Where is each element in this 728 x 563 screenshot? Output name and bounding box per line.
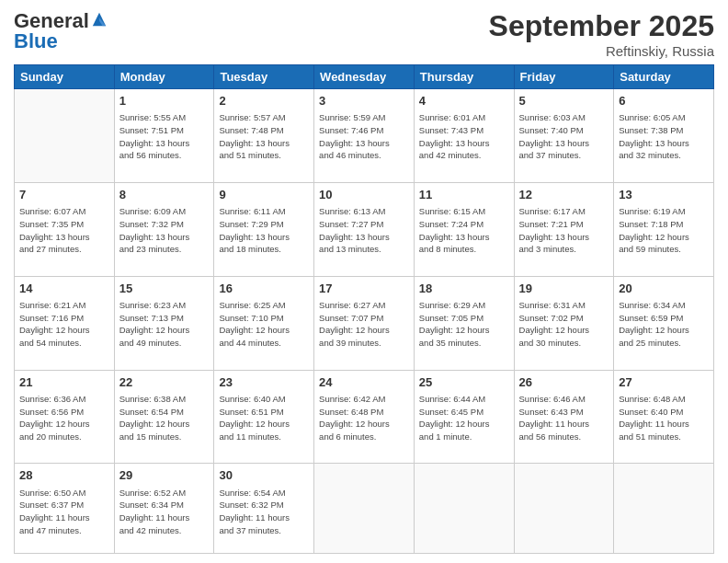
calendar-week-row: 14Sunrise: 6:21 AM Sunset: 7:16 PM Dayli… xyxy=(15,276,714,370)
day-info: Sunrise: 6:09 AM Sunset: 7:32 PM Dayligh… xyxy=(119,205,210,256)
calendar-cell: 6Sunrise: 6:05 AM Sunset: 7:38 PM Daylig… xyxy=(614,89,714,183)
day-info: Sunrise: 6:07 AM Sunset: 7:35 PM Dayligh… xyxy=(19,205,109,256)
header-wednesday: Wednesday xyxy=(314,65,415,89)
day-number: 8 xyxy=(119,187,210,203)
day-number: 1 xyxy=(119,93,210,109)
day-number: 29 xyxy=(119,467,210,484)
calendar-week-row: 7Sunrise: 6:07 AM Sunset: 7:35 PM Daylig… xyxy=(15,182,714,276)
calendar-cell: 27Sunrise: 6:48 AM Sunset: 6:40 PM Dayli… xyxy=(614,370,714,464)
month-title: September 2025 xyxy=(489,9,714,43)
day-info: Sunrise: 6:19 AM Sunset: 7:18 PM Dayligh… xyxy=(619,205,709,256)
calendar-cell: 13Sunrise: 6:19 AM Sunset: 7:18 PM Dayli… xyxy=(614,182,714,276)
calendar-cell: 26Sunrise: 6:46 AM Sunset: 6:43 PM Dayli… xyxy=(514,370,614,464)
calendar-cell: 29Sunrise: 6:52 AM Sunset: 6:34 PM Dayli… xyxy=(114,464,214,554)
day-info: Sunrise: 6:31 AM Sunset: 7:02 PM Dayligh… xyxy=(519,299,609,350)
day-info: Sunrise: 6:29 AM Sunset: 7:05 PM Dayligh… xyxy=(419,299,509,350)
title-block: September 2025 Reftinskiy, Russia xyxy=(489,9,714,59)
day-info: Sunrise: 5:59 AM Sunset: 7:46 PM Dayligh… xyxy=(319,111,409,162)
day-number: 21 xyxy=(19,374,109,391)
day-info: Sunrise: 5:55 AM Sunset: 7:51 PM Dayligh… xyxy=(119,111,210,162)
day-info: Sunrise: 6:54 AM Sunset: 6:32 PM Dayligh… xyxy=(219,487,309,537)
location-subtitle: Reftinskiy, Russia xyxy=(489,43,714,59)
day-number: 3 xyxy=(319,93,409,109)
day-info: Sunrise: 5:57 AM Sunset: 7:48 PM Dayligh… xyxy=(219,111,309,162)
calendar-cell: 25Sunrise: 6:44 AM Sunset: 6:45 PM Dayli… xyxy=(414,370,514,464)
day-info: Sunrise: 6:13 AM Sunset: 7:27 PM Dayligh… xyxy=(319,205,409,256)
logo: General Blue xyxy=(14,9,108,53)
calendar-table: Sunday Monday Tuesday Wednesday Thursday… xyxy=(14,64,714,554)
calendar-cell: 19Sunrise: 6:31 AM Sunset: 7:02 PM Dayli… xyxy=(514,276,614,370)
day-info: Sunrise: 6:23 AM Sunset: 7:13 PM Dayligh… xyxy=(119,299,210,350)
logo-icon xyxy=(91,11,108,28)
day-info: Sunrise: 6:03 AM Sunset: 7:40 PM Dayligh… xyxy=(519,111,609,162)
day-number: 22 xyxy=(119,374,210,391)
day-info: Sunrise: 6:48 AM Sunset: 6:40 PM Dayligh… xyxy=(619,393,709,443)
calendar-cell: 14Sunrise: 6:21 AM Sunset: 7:16 PM Dayli… xyxy=(15,276,115,370)
calendar-cell: 15Sunrise: 6:23 AM Sunset: 7:13 PM Dayli… xyxy=(114,276,214,370)
calendar-cell xyxy=(15,89,115,183)
calendar-cell: 5Sunrise: 6:03 AM Sunset: 7:40 PM Daylig… xyxy=(514,89,614,183)
day-info: Sunrise: 6:15 AM Sunset: 7:24 PM Dayligh… xyxy=(419,205,509,256)
page: General Blue September 2025 Reftinskiy, … xyxy=(0,0,728,563)
day-number: 17 xyxy=(319,281,409,297)
calendar-cell: 7Sunrise: 6:07 AM Sunset: 7:35 PM Daylig… xyxy=(15,182,115,276)
header-monday: Monday xyxy=(114,65,214,89)
day-number: 10 xyxy=(319,187,409,203)
calendar-cell: 20Sunrise: 6:34 AM Sunset: 6:59 PM Dayli… xyxy=(614,276,714,370)
day-number: 24 xyxy=(319,374,409,391)
day-info: Sunrise: 6:40 AM Sunset: 6:51 PM Dayligh… xyxy=(219,393,309,443)
day-number: 20 xyxy=(619,281,709,297)
day-info: Sunrise: 6:46 AM Sunset: 6:43 PM Dayligh… xyxy=(519,393,609,443)
calendar-cell: 2Sunrise: 5:57 AM Sunset: 7:48 PM Daylig… xyxy=(214,89,314,183)
calendar-cell: 9Sunrise: 6:11 AM Sunset: 7:29 PM Daylig… xyxy=(214,182,314,276)
header-friday: Friday xyxy=(514,65,614,89)
day-number: 13 xyxy=(619,187,709,203)
day-number: 16 xyxy=(219,281,309,297)
calendar-cell: 1Sunrise: 5:55 AM Sunset: 7:51 PM Daylig… xyxy=(114,89,214,183)
day-number: 11 xyxy=(419,187,509,203)
header-tuesday: Tuesday xyxy=(214,65,314,89)
day-info: Sunrise: 6:42 AM Sunset: 6:48 PM Dayligh… xyxy=(319,393,409,443)
calendar-cell: 28Sunrise: 6:50 AM Sunset: 6:37 PM Dayli… xyxy=(15,464,115,554)
day-number: 6 xyxy=(619,93,709,109)
calendar-cell: 21Sunrise: 6:36 AM Sunset: 6:56 PM Dayli… xyxy=(15,370,115,464)
calendar-cell: 4Sunrise: 6:01 AM Sunset: 7:43 PM Daylig… xyxy=(414,89,514,183)
day-number: 27 xyxy=(619,374,709,391)
day-info: Sunrise: 6:11 AM Sunset: 7:29 PM Dayligh… xyxy=(219,205,309,256)
day-info: Sunrise: 6:01 AM Sunset: 7:43 PM Dayligh… xyxy=(419,111,509,162)
day-number: 12 xyxy=(519,187,609,203)
day-number: 28 xyxy=(19,467,109,484)
calendar-cell: 23Sunrise: 6:40 AM Sunset: 6:51 PM Dayli… xyxy=(214,370,314,464)
header: General Blue September 2025 Reftinskiy, … xyxy=(14,9,714,59)
day-info: Sunrise: 6:17 AM Sunset: 7:21 PM Dayligh… xyxy=(519,205,609,256)
calendar-cell: 12Sunrise: 6:17 AM Sunset: 7:21 PM Dayli… xyxy=(514,182,614,276)
day-info: Sunrise: 6:44 AM Sunset: 6:45 PM Dayligh… xyxy=(419,393,509,443)
day-number: 19 xyxy=(519,281,609,297)
day-number: 7 xyxy=(19,187,109,203)
day-number: 14 xyxy=(19,281,109,297)
calendar-cell: 8Sunrise: 6:09 AM Sunset: 7:32 PM Daylig… xyxy=(114,182,214,276)
day-number: 9 xyxy=(219,187,309,203)
calendar-cell: 30Sunrise: 6:54 AM Sunset: 6:32 PM Dayli… xyxy=(214,464,314,554)
calendar-cell: 3Sunrise: 5:59 AM Sunset: 7:46 PM Daylig… xyxy=(314,89,415,183)
day-info: Sunrise: 6:05 AM Sunset: 7:38 PM Dayligh… xyxy=(619,111,709,162)
calendar-week-row: 1Sunrise: 5:55 AM Sunset: 7:51 PM Daylig… xyxy=(15,89,714,183)
day-number: 5 xyxy=(519,93,609,109)
day-info: Sunrise: 6:36 AM Sunset: 6:56 PM Dayligh… xyxy=(19,393,109,443)
calendar-cell: 16Sunrise: 6:25 AM Sunset: 7:10 PM Dayli… xyxy=(214,276,314,370)
calendar-week-row: 28Sunrise: 6:50 AM Sunset: 6:37 PM Dayli… xyxy=(15,464,714,554)
day-number: 15 xyxy=(119,281,210,297)
calendar-cell: 10Sunrise: 6:13 AM Sunset: 7:27 PM Dayli… xyxy=(314,182,415,276)
calendar-cell xyxy=(314,464,415,554)
calendar-week-row: 21Sunrise: 6:36 AM Sunset: 6:56 PM Dayli… xyxy=(15,370,714,464)
calendar-cell xyxy=(414,464,514,554)
day-info: Sunrise: 6:34 AM Sunset: 6:59 PM Dayligh… xyxy=(619,299,709,350)
calendar-cell: 24Sunrise: 6:42 AM Sunset: 6:48 PM Dayli… xyxy=(314,370,415,464)
header-saturday: Saturday xyxy=(614,65,714,89)
day-info: Sunrise: 6:21 AM Sunset: 7:16 PM Dayligh… xyxy=(19,299,109,350)
header-thursday: Thursday xyxy=(414,65,514,89)
day-number: 26 xyxy=(519,374,609,391)
day-info: Sunrise: 6:50 AM Sunset: 6:37 PM Dayligh… xyxy=(19,487,109,537)
day-number: 25 xyxy=(419,374,509,391)
header-sunday: Sunday xyxy=(15,65,115,89)
